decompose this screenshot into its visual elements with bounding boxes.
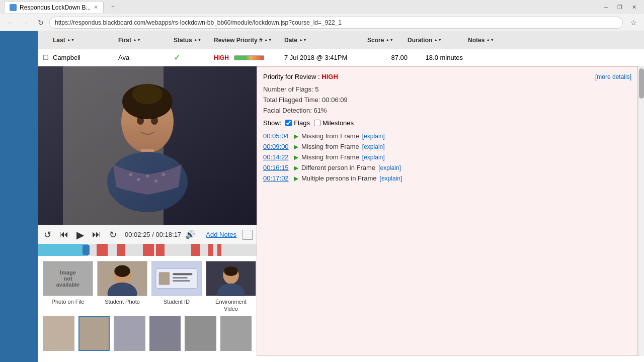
sort-arrows-status: ▲▼	[194, 38, 202, 42]
skip-back-button[interactable]: ⏮	[57, 228, 70, 241]
main-area: ↺ ⏮ ▶ ⏭ ↻ 00:02:25 / 00:18:17 🔊 Add Note…	[38, 66, 644, 356]
sidebar	[0, 31, 38, 362]
flag-desc-2: Missing from Frame	[301, 143, 359, 150]
milestones-checkbox-label[interactable]: Milestones	[314, 119, 354, 127]
thumb-label-id: Student ID	[164, 298, 190, 305]
header-notes[interactable]: Notes ▲▼	[468, 37, 639, 44]
flag-explain-2[interactable]: [explain]	[362, 143, 385, 150]
flag-item-3: 00:14:22 ▶ Missing from Frame [explain]	[263, 152, 631, 162]
browser-tab[interactable]: Respondus LockDown B... ✕	[4, 1, 104, 13]
restore-button[interactable]: ❐	[614, 3, 626, 12]
thumb-student-id[interactable]: Student ID	[151, 261, 202, 313]
notes-icon	[243, 230, 253, 240]
info-panel: Priority for Review : HIGH [more details…	[257, 66, 638, 356]
priority-value: HIGH	[321, 73, 338, 80]
flag-explain-1[interactable]: [explain]	[362, 133, 385, 140]
svg-point-12	[154, 179, 157, 183]
thumb-photo-on-file[interactable]: Imagenotavailable Photo on File	[43, 261, 93, 313]
row-checkbox[interactable]: ☐	[43, 54, 53, 61]
thumb2-item-4[interactable]	[149, 316, 181, 351]
forward-button[interactable]: →	[19, 16, 32, 29]
flag-time-3[interactable]: 00:14:22	[263, 153, 291, 161]
flag-time-5[interactable]: 00:17:02	[263, 174, 291, 182]
new-tab-button[interactable]: +	[107, 1, 119, 13]
scrollbar[interactable]	[638, 66, 644, 356]
flag-play-icon-3[interactable]: ▶	[294, 154, 298, 161]
header-status[interactable]: Status ▲▼	[174, 37, 214, 44]
flag-desc-3: Missing from Frame	[301, 153, 359, 161]
thumb2-item-2[interactable]	[78, 316, 110, 351]
flag-play-icon-4[interactable]: ▶	[294, 164, 298, 171]
more-details-link[interactable]: [more details]	[595, 73, 631, 80]
thumb2-item-5[interactable]	[185, 316, 216, 351]
flag-explain-4[interactable]: [explain]	[378, 164, 401, 171]
controls-bar: ↺ ⏮ ▶ ⏭ ↻ 00:02:25 / 00:18:17 🔊 Add Note…	[38, 225, 257, 244]
time-total: 00:18:17	[155, 231, 181, 238]
flag-play-icon-5[interactable]: ▶	[294, 175, 298, 182]
browser-chrome: Respondus LockDown B... ✕ + ─ ❐ ✕ ← → ↻ …	[0, 0, 644, 31]
flag-explain-5[interactable]: [explain]	[380, 175, 403, 182]
flag-play-icon-2[interactable]: ▶	[294, 143, 298, 150]
cell-score: 87.00	[367, 54, 408, 61]
header-first[interactable]: First ▲▼	[118, 37, 174, 44]
flag-item-2: 00:09:00 ▶ Missing from Frame [explain]	[263, 141, 631, 152]
timeline[interactable]	[38, 244, 257, 256]
milestones-checkbox[interactable]	[314, 120, 320, 126]
header-score[interactable]: Score ▲▼	[367, 37, 408, 44]
back-button[interactable]: ←	[4, 16, 17, 29]
minimize-button[interactable]: ─	[600, 3, 612, 12]
timeline-thumb[interactable]	[83, 245, 90, 255]
nav-icons: ☆	[627, 16, 640, 29]
refresh-button[interactable]: ↻	[34, 16, 47, 29]
timeline-flag-7	[217, 244, 222, 256]
cell-last: Campbell	[53, 54, 118, 61]
show-row: Show: Flags Milestones	[263, 119, 631, 127]
svg-point-26	[224, 266, 237, 277]
thumbnails-row-1: Imagenotavailable Photo on File Student …	[38, 256, 257, 316]
priority-label: HIGH	[214, 54, 229, 61]
rewind-button[interactable]: ↺	[42, 228, 53, 241]
flag-desc-1: Missing from Frame	[301, 132, 359, 140]
tab-title: Respondus LockDown B...	[20, 4, 91, 11]
flags-checkbox-label[interactable]: Flags	[285, 119, 310, 127]
flags-checkbox[interactable]	[285, 120, 292, 126]
fast-forward-button[interactable]: ↻	[107, 228, 119, 241]
svg-rect-21	[173, 273, 192, 275]
flag-play-icon-1[interactable]: ▶	[294, 133, 298, 140]
priority-bar	[234, 55, 264, 60]
bookmark-icon[interactable]: ☆	[627, 16, 640, 29]
flag-item-4: 00:16:15 ▶ Different person in Frame [ex…	[263, 162, 631, 173]
flag-item-5: 00:17:02 ▶ Multiple persons in Frame [ex…	[263, 173, 631, 184]
flag-desc-5: Multiple persons in Frame	[301, 174, 377, 182]
thumb2-item-3[interactable]	[114, 316, 145, 351]
url-text: https://respondus.blackboard.com/webapps…	[55, 19, 342, 26]
tab-close-button[interactable]: ✕	[94, 4, 98, 11]
close-button[interactable]: ✕	[628, 3, 640, 12]
header-last[interactable]: Last ▲▼	[53, 37, 118, 44]
volume-icon[interactable]: 🔊	[185, 230, 195, 239]
skip-forward-button[interactable]: ⏭	[90, 228, 103, 241]
table-header: Last ▲▼ First ▲▼ Status ▲▼ Review Priori…	[38, 31, 644, 49]
title-bar: Respondus LockDown B... ✕ + ─ ❐ ✕	[0, 0, 644, 14]
header-date[interactable]: Date ▲▼	[284, 37, 367, 44]
thumb2-item-6[interactable]	[220, 316, 252, 351]
thumb-student-photo[interactable]: Student Photo	[97, 261, 147, 313]
scrollbar-thumb[interactable]	[639, 68, 644, 99]
thumb-environment[interactable]: EnvironmentVideo	[206, 261, 256, 313]
add-notes-link[interactable]: Add Notes	[206, 231, 236, 238]
priority-label-text: Priority for Review :	[263, 73, 320, 80]
flag-time-2[interactable]: 00:09:00	[263, 143, 291, 150]
address-bar[interactable]: https://respondus.blackboard.com/webapps…	[49, 17, 623, 29]
flag-item-1: 00:05:04 ▶ Missing from Frame [explain]	[263, 131, 631, 141]
flag-explain-3[interactable]: [explain]	[362, 154, 385, 161]
sort-arrows-notes: ▲▼	[486, 38, 494, 42]
flag-time-1[interactable]: 00:05:04	[263, 132, 291, 140]
flagged-time-row: Total Flagged Time: 00:06:09	[263, 96, 631, 104]
thumb2-item-1[interactable]	[43, 316, 74, 351]
timeline-track[interactable]	[38, 244, 257, 256]
video-display	[38, 66, 257, 225]
play-button[interactable]: ▶	[74, 228, 86, 242]
flag-time-4[interactable]: 00:16:15	[263, 164, 291, 171]
header-duration[interactable]: Duration ▲▼	[408, 37, 468, 44]
header-review-priority[interactable]: Review Priority # ▲▼	[214, 37, 284, 44]
